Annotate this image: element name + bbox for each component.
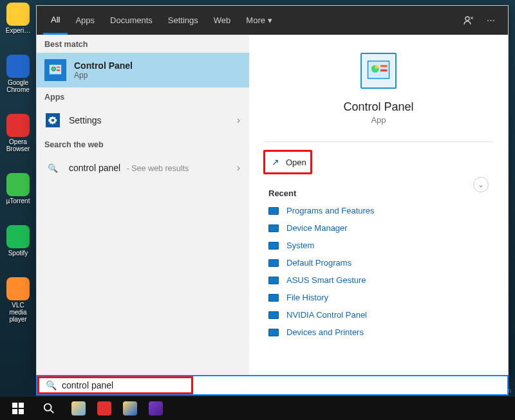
tab-apps[interactable]: Apps <box>68 6 102 35</box>
control-panel-item-icon <box>268 294 279 302</box>
details-app-icon <box>360 53 397 89</box>
details-pane: Control Panel App ↗ Open ⌄ Recent Progra… <box>249 35 508 378</box>
svg-rect-9 <box>380 69 388 71</box>
recent-item-label: Default Programs <box>286 258 351 268</box>
taskbar-search-button[interactable] <box>35 398 63 419</box>
tab-all[interactable]: All <box>43 6 68 35</box>
search-tabs: AllAppsDocumentsSettingsWebMore ▾⋯ <box>37 6 508 35</box>
recent-list: Programs and FeaturesDevice ManagerSyste… <box>268 206 489 337</box>
search-input-wrapper[interactable]: 🔍 control panel <box>36 375 509 396</box>
open-label: Open <box>286 158 306 167</box>
recent-file-history[interactable]: File History <box>268 293 489 302</box>
taskbar-opera[interactable] <box>91 399 117 418</box>
control-panel-item-icon <box>268 259 279 267</box>
result-label: Settings <box>69 115 228 125</box>
recent-item-label: Programs and Features <box>286 206 375 215</box>
spotify-shortcut-label: Spotify <box>8 250 28 257</box>
utorrent-shortcut[interactable]: µTorrent <box>3 173 33 205</box>
result-web-control-panel[interactable]: 🔍control panel - See web results› <box>37 153 249 183</box>
control-panel-item-icon <box>268 277 279 284</box>
spotify-shortcut[interactable]: Spotify <box>3 225 33 257</box>
search-body: Best match Control Panel App Apps Settin… <box>37 35 508 378</box>
control-panel-item-icon <box>268 329 279 336</box>
separator <box>265 142 492 142</box>
search-query-text: control panel <box>62 380 113 390</box>
details-subtitle: App <box>371 115 386 125</box>
opera-browser-shortcut-label: Opera Browser <box>3 138 33 152</box>
svg-rect-12 <box>12 409 17 414</box>
recent-header: Recent <box>268 188 489 198</box>
gear-icon <box>46 113 60 127</box>
experiment-shortcut-label: Experi… <box>6 27 30 34</box>
details-title: Control Panel <box>343 100 413 114</box>
taskbar-chrome-icon <box>123 401 137 415</box>
recent-nvidia-control-panel[interactable]: NVIDIA Control Panel <box>268 310 489 320</box>
opera-browser-shortcut-icon <box>6 114 30 137</box>
open-icon: ↗ <box>272 157 279 167</box>
opera-browser-shortcut[interactable]: Opera Browser <box>3 114 33 152</box>
taskbar-file-explorer-icon <box>71 401 86 415</box>
expand-actions-button[interactable]: ⌄ <box>473 177 489 192</box>
taskbar-chrome[interactable] <box>117 399 143 418</box>
tab-documents[interactable]: Documents <box>102 6 160 35</box>
best-match-text: Control Panel App <box>74 60 133 80</box>
vlc-shortcut-label: VLC media player <box>3 302 33 323</box>
chevron-down-icon: ▾ <box>268 15 272 25</box>
recent-item-label: System <box>286 241 314 250</box>
search-input[interactable]: 🔍 control panel <box>37 376 193 394</box>
tab-web[interactable]: Web <box>206 6 239 35</box>
control-panel-item-icon <box>268 207 279 215</box>
control-panel-item-icon <box>268 311 279 319</box>
tab-more[interactable]: More ▾ <box>238 6 280 35</box>
utorrent-shortcut-label: µTorrent <box>6 197 30 205</box>
recent-default-programs[interactable]: Default Programs <box>268 258 489 268</box>
svg-point-0 <box>465 17 469 21</box>
start-search-flyout: AllAppsDocumentsSettingsWebMore ▾⋯ Best … <box>36 5 509 379</box>
recent-section: Recent Programs and FeaturesDevice Manag… <box>249 174 508 337</box>
feedback-button[interactable] <box>458 6 480 35</box>
result-settings[interactable]: Settings› <box>37 105 249 135</box>
utorrent-shortcut-icon <box>6 173 30 196</box>
taskbar-premiere[interactable] <box>143 399 169 418</box>
recent-programs-and-features[interactable]: Programs and Features <box>268 206 489 215</box>
recent-asus-smart-gesture[interactable]: ASUS Smart Gesture <box>268 275 489 285</box>
svg-rect-11 <box>19 403 24 408</box>
desktop-icons: Experi…Google ChromeOpera BrowserµTorren… <box>3 3 33 323</box>
chevron-right-icon: › <box>237 162 240 174</box>
taskbar-file-explorer[interactable] <box>66 399 91 418</box>
recent-item-label: NVIDIA Control Panel <box>286 310 367 320</box>
open-button[interactable]: ↗ Open <box>263 150 312 174</box>
experiment-shortcut-icon <box>6 3 30 26</box>
best-match-header: Best match <box>37 35 249 53</box>
svg-point-14 <box>44 404 52 411</box>
chevron-right-icon: › <box>237 114 240 126</box>
taskbar-opera-icon <box>97 401 111 415</box>
experiment-shortcut[interactable]: Experi… <box>3 3 33 34</box>
tab-settings[interactable]: Settings <box>160 6 206 35</box>
control-panel-tile-icon <box>44 59 66 81</box>
taskbar-premiere-icon <box>149 401 163 415</box>
taskbar <box>0 397 515 420</box>
recent-device-manager[interactable]: Device Manager <box>268 223 489 233</box>
recent-item-label: Device Manager <box>286 223 348 233</box>
more-options-button[interactable]: ⋯ <box>480 6 501 35</box>
search-results-column: Best match Control Panel App Apps Settin… <box>37 35 249 378</box>
start-button[interactable] <box>4 398 32 419</box>
recent-item-label: ASUS Smart Gesture <box>286 275 366 285</box>
search-icon: 🔍 <box>46 380 57 390</box>
svg-rect-5 <box>57 69 61 71</box>
control-panel-item-icon <box>268 242 279 250</box>
best-match-subtitle: App <box>74 71 133 80</box>
svg-rect-13 <box>19 409 24 414</box>
google-chrome-shortcut-label: Google Chrome <box>3 79 33 93</box>
apps-header: Apps <box>37 87 249 105</box>
vlc-shortcut[interactable]: VLC media player <box>3 277 33 323</box>
recent-devices-and-printers[interactable]: Devices and Printers <box>268 327 489 337</box>
desktop: Experi…Google ChromeOpera BrowserµTorren… <box>0 0 515 420</box>
recent-system[interactable]: System <box>268 241 489 250</box>
watermark: w3zx.com <box>483 387 511 394</box>
best-match-control-panel[interactable]: Control Panel App <box>37 53 249 87</box>
svg-line-15 <box>51 410 54 414</box>
recent-item-label: Devices and Printers <box>286 327 364 337</box>
google-chrome-shortcut[interactable]: Google Chrome <box>3 55 33 93</box>
